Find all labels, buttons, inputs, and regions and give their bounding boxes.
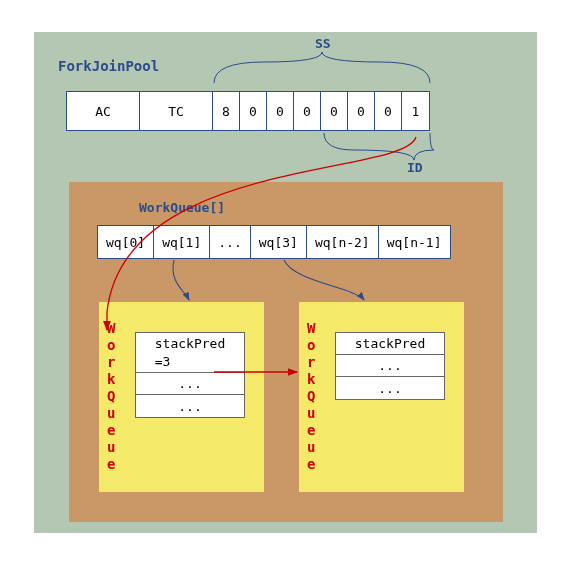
- forkjoinpool-panel: ForkJoinPool SS ID AC TC 8 0 0 0 0 0 0 1…: [34, 32, 537, 533]
- table-row: ...: [336, 355, 444, 377]
- stackpred-table: stackPred ... ...: [335, 332, 445, 400]
- ctl-d5: 0: [348, 92, 375, 130]
- stackpred-head: stackPred=3: [136, 333, 244, 373]
- wq-slot: wq[n-2]: [307, 226, 379, 258]
- ctl-d1: 0: [240, 92, 267, 130]
- ss-label: SS: [315, 36, 331, 51]
- ctl-ac: AC: [67, 92, 140, 130]
- wq-slot: wq[1]: [154, 226, 210, 258]
- ctl-word: AC TC 8 0 0 0 0 0 0 1: [66, 91, 430, 131]
- wq-slot: ...: [210, 226, 250, 258]
- ctl-d0: 8: [213, 92, 240, 130]
- ctl-d3: 0: [294, 92, 321, 130]
- ctl-tc: TC: [140, 92, 213, 130]
- workqueue-panel: WorkQueue[] wq[0] wq[1] ... wq[3] wq[n-2…: [69, 182, 503, 522]
- pool-title: ForkJoinPool: [58, 58, 159, 74]
- ctl-d2: 0: [267, 92, 294, 130]
- workqueue-array-label: WorkQueue[]: [139, 200, 225, 215]
- stackpred-table: stackPred=3 ... ...: [135, 332, 245, 418]
- workqueue-array: wq[0] wq[1] ... wq[3] wq[n-2] wq[n-1]: [97, 225, 451, 259]
- ctl-d4: 0: [321, 92, 348, 130]
- wq-slot: wq[3]: [251, 226, 307, 258]
- workqueue-vertical-label: WorkQueue: [107, 320, 115, 473]
- ctl-d6: 0: [375, 92, 402, 130]
- workqueue-detail-right: WorkQueue stackPred ... ...: [299, 302, 464, 492]
- stackpred-head: stackPred: [336, 333, 444, 355]
- table-row: ...: [136, 373, 244, 395]
- table-row: ...: [136, 395, 244, 417]
- ctl-d7: 1: [402, 92, 429, 130]
- table-row: ...: [336, 377, 444, 399]
- id-label: ID: [407, 160, 423, 175]
- wq-slot: wq[0]: [98, 226, 154, 258]
- workqueue-vertical-label: WorkQueue: [307, 320, 315, 473]
- workqueue-detail-left: WorkQueue stackPred=3 ... ...: [99, 302, 264, 492]
- wq-slot: wq[n-1]: [379, 226, 450, 258]
